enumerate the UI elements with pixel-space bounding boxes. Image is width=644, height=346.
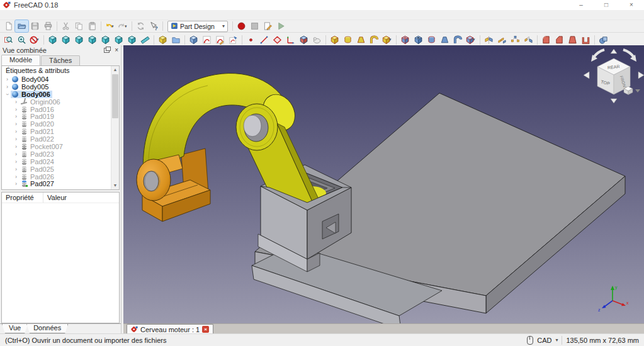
view-isometric-button[interactable] xyxy=(46,34,59,46)
tree-item-pad023[interactable]: Pad023 xyxy=(2,150,111,158)
datum-point-button[interactable] xyxy=(244,34,257,46)
navcube-menu-arrow[interactable] xyxy=(635,89,640,92)
cad-scene[interactable]: REAR TOP FRONT y x z xyxy=(123,45,644,323)
measure-button[interactable] xyxy=(138,34,152,46)
expander-icon[interactable] xyxy=(13,121,20,127)
rotate-left-arrow[interactable] xyxy=(584,72,589,79)
rotate-right-arrow[interactable] xyxy=(638,72,644,79)
view-front-button[interactable] xyxy=(59,34,72,46)
tree-scrollbar[interactable]: ▲ ▼ xyxy=(111,66,119,189)
thickness-button[interactable] xyxy=(579,34,592,46)
view-zoom-button[interactable] xyxy=(15,34,28,46)
viewport-3d[interactable]: REAR TOP FRONT y x z xyxy=(123,45,644,323)
fillet-button[interactable] xyxy=(539,34,553,46)
view-right-button[interactable] xyxy=(86,34,99,46)
expander-icon[interactable] xyxy=(13,151,20,157)
maximize-button[interactable]: □ xyxy=(594,0,619,10)
rotate-down-arrow[interactable] xyxy=(611,99,617,103)
tree-item-pad026[interactable]: Pad026 xyxy=(2,173,111,181)
draft-button[interactable] xyxy=(566,34,579,46)
macro-edit-button[interactable] xyxy=(261,20,274,32)
rotate-up-arrow[interactable] xyxy=(611,49,617,53)
chevron-down-icon[interactable]: ▾ xyxy=(473,37,477,42)
chevron-down-icon[interactable]: ▾ xyxy=(389,37,393,42)
tree-item-pad025[interactable]: Pad025 xyxy=(2,165,111,173)
expander-icon[interactable] xyxy=(13,181,20,187)
tab-vue[interactable]: Vue xyxy=(2,324,28,333)
print-button[interactable] xyxy=(42,20,55,32)
create-part-button[interactable] xyxy=(156,34,169,46)
additive-loft-button[interactable] xyxy=(354,34,368,46)
create-body-button[interactable] xyxy=(187,34,200,46)
expander-icon[interactable] xyxy=(13,159,20,165)
tree-item-pad020[interactable]: Pad020 xyxy=(2,120,111,128)
tree-item-body005[interactable]: Body005 xyxy=(2,83,111,91)
close-button[interactable]: × xyxy=(619,0,644,10)
view-fit-button[interactable] xyxy=(2,34,15,46)
tab-taches[interactable]: Tâches xyxy=(41,55,80,65)
view-left-button[interactable] xyxy=(125,34,138,46)
subtractive-pipe-button[interactable] xyxy=(451,34,465,46)
hole-button[interactable] xyxy=(412,34,425,46)
chamfer-button[interactable] xyxy=(553,34,566,46)
tree-item-pad016[interactable]: Pad016 xyxy=(2,106,111,113)
new-file-button[interactable] xyxy=(2,20,15,32)
expander-icon[interactable] xyxy=(13,174,20,180)
paste-button[interactable] xyxy=(86,20,99,32)
multitransform-button[interactable] xyxy=(522,34,535,46)
nav-style-selector[interactable]: CAD xyxy=(537,337,551,344)
groove-button[interactable] xyxy=(425,34,438,46)
create-group-button[interactable] xyxy=(169,34,183,46)
edit-sketch-button[interactable] xyxy=(213,34,227,46)
pad-button[interactable] xyxy=(328,34,341,46)
tree-item-pocket007[interactable]: Pocket007 xyxy=(2,143,111,150)
chevron-down-icon[interactable]: ▾ xyxy=(125,24,129,29)
scroll-up-icon[interactable]: ▲ xyxy=(111,66,119,74)
chevron-down-icon[interactable]: ▾ xyxy=(37,37,41,42)
open-file-button[interactable] xyxy=(15,20,28,32)
float-panel-icon[interactable] xyxy=(104,48,110,53)
create-sketch-button[interactable] xyxy=(200,34,213,46)
expander-icon[interactable] xyxy=(13,128,20,135)
pocket-button[interactable] xyxy=(398,34,412,46)
tree-item-pad022[interactable]: Pad022 xyxy=(2,135,111,143)
additive-pipe-button[interactable] xyxy=(368,34,381,46)
subtractive-primitive-button[interactable]: ▾ xyxy=(465,34,478,46)
document-close-icon[interactable]: × xyxy=(202,326,209,333)
tree-item-origin006[interactable]: Origin006 xyxy=(2,98,111,106)
local-cs-button[interactable] xyxy=(284,34,297,46)
workbench-selector[interactable]: Part Design▾ xyxy=(167,21,228,32)
expander-icon[interactable] xyxy=(13,113,20,120)
additive-primitive-button[interactable]: ▾ xyxy=(381,34,394,46)
boolean-button[interactable] xyxy=(597,34,610,46)
document-tab[interactable]: Cerveau moteur : 1 × xyxy=(127,324,213,334)
tree-item-body006[interactable]: Body006 xyxy=(2,91,111,98)
save-file-button[interactable] xyxy=(28,20,42,32)
map-sketch-button[interactable] xyxy=(227,34,240,46)
linear-pattern-button[interactable] xyxy=(495,34,509,46)
tree-item-pad027[interactable]: Pad027 xyxy=(2,180,111,187)
tree-item-pad024[interactable]: Pad024 xyxy=(2,158,111,165)
scrollbar-thumb[interactable] xyxy=(112,74,118,118)
tree-item-pad021[interactable]: Pad021 xyxy=(2,128,111,135)
tree-item-pad019[interactable]: Pad019 xyxy=(2,113,111,120)
draw-style-button[interactable]: ▾ xyxy=(28,34,42,46)
expander-icon[interactable] xyxy=(4,84,11,90)
revolution-button[interactable] xyxy=(341,34,354,46)
cut-button[interactable] xyxy=(59,20,72,32)
macro-record-button[interactable] xyxy=(235,20,248,32)
expander-icon[interactable] xyxy=(13,99,20,105)
subtractive-loft-button[interactable] xyxy=(438,34,451,46)
polar-pattern-button[interactable] xyxy=(509,34,522,46)
chevron-down-icon[interactable]: ▾ xyxy=(111,24,116,29)
whats-this-button[interactable]: ? xyxy=(147,20,161,32)
macro-play-button[interactable] xyxy=(274,20,288,32)
expander-icon[interactable] xyxy=(4,91,11,98)
tab-modele[interactable]: Modèle xyxy=(1,55,40,65)
tree-item-body004[interactable]: Body004 xyxy=(2,75,111,83)
copy-button[interactable] xyxy=(72,20,86,32)
property-column-header[interactable]: Propriété xyxy=(2,193,43,203)
expander-icon[interactable] xyxy=(13,106,20,113)
chevron-down-icon[interactable]: ▾ xyxy=(555,337,558,343)
clone-button[interactable] xyxy=(310,34,324,46)
